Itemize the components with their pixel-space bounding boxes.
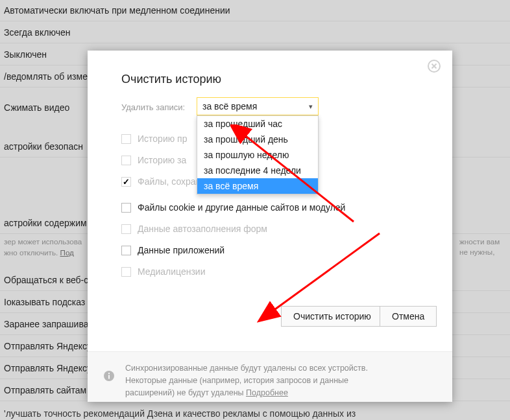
checkbox-autofill[interactable]: Данные автозаполнения форм xyxy=(121,224,267,234)
svg-rect-2 xyxy=(108,375,110,379)
chevron-down-icon: ▾ xyxy=(309,102,313,111)
checkbox-box xyxy=(121,267,131,277)
checkbox-label: Файлы cookie и другие данные сайтов и мо… xyxy=(138,202,345,213)
checkbox-media-licenses[interactable]: Медиалицензии xyxy=(121,266,206,277)
time-range-select[interactable]: за всё время ▾ xyxy=(197,97,319,115)
checkbox-box xyxy=(121,203,131,213)
option-past-4weeks[interactable]: за последние 4 недели xyxy=(197,163,318,178)
checkbox-box xyxy=(121,246,131,255)
checkbox-label: Медиалицензии xyxy=(138,266,206,277)
checkbox-box xyxy=(121,177,131,187)
learn-more-link[interactable]: Подробнее xyxy=(246,388,288,397)
dialog-title: Очистить историю xyxy=(121,73,221,86)
option-past-day[interactable]: за прошедший день xyxy=(197,132,318,147)
clear-history-button[interactable]: Очистить историю xyxy=(281,306,383,327)
checkbox-label: Данные приложений xyxy=(138,245,225,255)
close-icon[interactable] xyxy=(428,60,441,73)
bg-link[interactable]: Под xyxy=(60,248,74,257)
footnote-line: Синхронизированные данные будут удалены … xyxy=(125,364,368,373)
checkbox-box xyxy=(121,134,131,144)
option-all-time[interactable]: за всё время xyxy=(197,178,318,194)
bg-text: жности вам не нужны, xyxy=(459,237,500,256)
checkbox-cookies[interactable]: Файлы cookie и другие данные сайтов и мо… xyxy=(121,202,345,213)
checkbox-app-data[interactable]: Данные приложений xyxy=(121,245,225,255)
footnote-line: Некоторые данные (например, история запр… xyxy=(125,376,348,385)
clear-history-dialog: Очистить историю Удалить записи: за всё … xyxy=(88,51,452,402)
checkbox-browsing-history[interactable]: Историю пр xyxy=(121,134,187,144)
dialog-footnote: Синхронизированные данные будут удалены … xyxy=(88,351,452,402)
svg-rect-3 xyxy=(108,373,110,374)
info-icon xyxy=(103,370,115,382)
option-past-week[interactable]: за прошлую неделю xyxy=(197,147,318,163)
footnote-line: расширений) не будут удалены xyxy=(125,388,246,397)
time-range-label: Удалить записи: xyxy=(121,102,185,112)
bg-option: Зсегда включен xyxy=(0,22,510,43)
time-range-dropdown: за прошедший час за прошедший день за пр… xyxy=(197,115,319,194)
checkbox-box xyxy=(121,156,131,165)
option-past-hour[interactable]: за прошедший час xyxy=(197,116,318,132)
checkbox-label: Историю пр xyxy=(138,134,187,144)
cancel-button[interactable]: Отмена xyxy=(380,306,437,327)
checkbox-box xyxy=(121,224,131,234)
checkbox-label: Историю за xyxy=(138,155,186,165)
checkbox-download-history[interactable]: Историю за xyxy=(121,155,186,165)
bg-text: жно отключить. Под xyxy=(4,248,74,257)
bg-option: Автоматически включать при медленном сое… xyxy=(0,0,510,21)
bg-option: 'лучшать точность рекомендаций Дзена и к… xyxy=(0,406,356,420)
checkbox-label: Данные автозаполнения форм xyxy=(138,224,267,234)
time-range-value: за всё время xyxy=(202,101,257,111)
